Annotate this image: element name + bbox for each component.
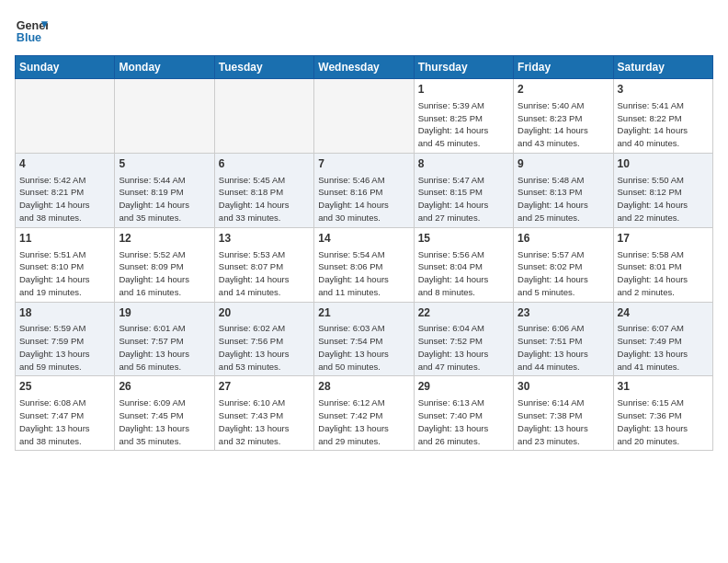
calendar-day-cell: 21Sunrise: 6:03 AM Sunset: 7:54 PM Dayli… [314,302,414,376]
day-number: 26 [119,379,210,395]
day-info: Sunrise: 6:14 AM Sunset: 7:38 PM Dayligh… [518,396,609,447]
day-number: 13 [219,231,310,247]
calendar-day-cell [214,79,313,154]
calendar-day-cell: 13Sunrise: 5:53 AM Sunset: 8:07 PM Dayli… [214,227,313,302]
calendar-day-cell: 8Sunrise: 5:47 AM Sunset: 8:15 PM Daylig… [414,153,513,227]
calendar-day-cell: 6Sunrise: 5:45 AM Sunset: 8:18 PM Daylig… [214,153,313,227]
weekday-header: Tuesday [214,56,313,79]
day-info: Sunrise: 5:52 AM Sunset: 8:09 PM Dayligh… [119,248,210,299]
calendar-day-cell: 16Sunrise: 5:57 AM Sunset: 8:02 PM Dayli… [514,227,613,302]
weekday-header: Wednesday [314,56,414,79]
day-info: Sunrise: 5:50 AM Sunset: 8:12 PM Dayligh… [618,174,709,224]
day-number: 8 [418,156,509,172]
calendar-day-cell: 23Sunrise: 6:06 AM Sunset: 7:51 PM Dayli… [514,302,613,376]
day-info: Sunrise: 5:53 AM Sunset: 8:07 PM Dayligh… [219,248,310,299]
day-number: 5 [119,156,210,172]
day-number: 30 [518,379,609,395]
weekday-header: Sunday [16,56,115,79]
calendar-day-cell: 4Sunrise: 5:42 AM Sunset: 8:21 PM Daylig… [16,153,115,227]
day-info: Sunrise: 5:42 AM Sunset: 8:21 PM Dayligh… [19,174,110,224]
day-number: 18 [19,305,110,321]
calendar-table: SundayMondayTuesdayWednesdayThursdayFrid… [15,55,713,451]
calendar-day-cell: 2Sunrise: 5:40 AM Sunset: 8:23 PM Daylig… [514,79,613,154]
day-info: Sunrise: 6:07 AM Sunset: 7:49 PM Dayligh… [618,322,709,373]
day-info: Sunrise: 5:46 AM Sunset: 8:16 PM Dayligh… [318,174,409,224]
calendar-day-cell: 10Sunrise: 5:50 AM Sunset: 8:12 PM Dayli… [613,153,712,227]
day-info: Sunrise: 6:02 AM Sunset: 7:56 PM Dayligh… [219,322,310,373]
day-info: Sunrise: 5:58 AM Sunset: 8:01 PM Dayligh… [618,248,709,299]
day-number: 2 [518,82,609,98]
calendar-day-cell: 28Sunrise: 6:12 AM Sunset: 7:42 PM Dayli… [314,376,414,451]
day-info: Sunrise: 5:51 AM Sunset: 8:10 PM Dayligh… [19,248,110,299]
day-number: 29 [418,379,509,395]
day-number: 3 [618,82,709,98]
calendar-day-cell: 29Sunrise: 6:13 AM Sunset: 7:40 PM Dayli… [414,376,513,451]
day-info: Sunrise: 5:54 AM Sunset: 8:06 PM Dayligh… [318,248,409,299]
calendar-day-cell: 11Sunrise: 5:51 AM Sunset: 8:10 PM Dayli… [16,227,115,302]
calendar-day-cell: 20Sunrise: 6:02 AM Sunset: 7:56 PM Dayli… [214,302,313,376]
day-number: 11 [19,231,110,247]
day-number: 7 [318,156,409,172]
day-number: 14 [318,231,409,247]
day-number: 24 [618,305,709,321]
day-info: Sunrise: 6:12 AM Sunset: 7:42 PM Dayligh… [318,396,409,447]
day-info: Sunrise: 6:13 AM Sunset: 7:40 PM Dayligh… [418,396,509,447]
page-header: General Blue [15,15,713,48]
day-number: 27 [219,379,310,395]
day-number: 15 [418,231,509,247]
calendar-day-cell: 5Sunrise: 5:44 AM Sunset: 8:19 PM Daylig… [115,153,214,227]
day-number: 16 [518,231,609,247]
logo-icon: General Blue [15,15,48,48]
calendar-week-row: 11Sunrise: 5:51 AM Sunset: 8:10 PM Dayli… [16,227,713,302]
weekday-header: Monday [115,56,214,79]
calendar-header-row: SundayMondayTuesdayWednesdayThursdayFrid… [16,56,713,79]
day-number: 12 [119,231,210,247]
weekday-header: Thursday [414,56,513,79]
svg-text:Blue: Blue [17,31,41,44]
day-number: 1 [418,82,509,98]
day-info: Sunrise: 5:48 AM Sunset: 8:13 PM Dayligh… [518,174,609,224]
day-number: 21 [318,305,409,321]
calendar-day-cell: 31Sunrise: 6:15 AM Sunset: 7:36 PM Dayli… [613,376,712,451]
calendar-day-cell: 7Sunrise: 5:46 AM Sunset: 8:16 PM Daylig… [314,153,414,227]
calendar-day-cell: 9Sunrise: 5:48 AM Sunset: 8:13 PM Daylig… [514,153,613,227]
day-number: 4 [19,156,110,172]
calendar-day-cell: 3Sunrise: 5:41 AM Sunset: 8:22 PM Daylig… [613,79,712,154]
calendar-day-cell: 1Sunrise: 5:39 AM Sunset: 8:25 PM Daylig… [414,79,513,154]
day-info: Sunrise: 6:10 AM Sunset: 7:43 PM Dayligh… [219,396,310,447]
calendar-day-cell [314,79,414,154]
calendar-day-cell: 26Sunrise: 6:09 AM Sunset: 7:45 PM Dayli… [115,376,214,451]
logo: General Blue [15,15,55,48]
calendar-day-cell: 14Sunrise: 5:54 AM Sunset: 8:06 PM Dayli… [314,227,414,302]
calendar-day-cell [16,79,115,154]
day-number: 23 [518,305,609,321]
day-info: Sunrise: 5:45 AM Sunset: 8:18 PM Dayligh… [219,174,310,224]
calendar-week-row: 4Sunrise: 5:42 AM Sunset: 8:21 PM Daylig… [16,153,713,227]
day-info: Sunrise: 5:39 AM Sunset: 8:25 PM Dayligh… [418,99,509,150]
calendar-day-cell: 27Sunrise: 6:10 AM Sunset: 7:43 PM Dayli… [214,376,313,451]
day-info: Sunrise: 5:59 AM Sunset: 7:59 PM Dayligh… [19,322,110,373]
day-info: Sunrise: 5:41 AM Sunset: 8:22 PM Dayligh… [618,99,709,150]
day-number: 17 [618,231,709,247]
day-number: 31 [618,379,709,395]
day-number: 9 [518,156,609,172]
calendar-day-cell: 25Sunrise: 6:08 AM Sunset: 7:47 PM Dayli… [16,376,115,451]
day-info: Sunrise: 6:06 AM Sunset: 7:51 PM Dayligh… [518,322,609,373]
day-info: Sunrise: 5:56 AM Sunset: 8:04 PM Dayligh… [418,248,509,299]
day-number: 10 [618,156,709,172]
weekday-header: Saturday [613,56,712,79]
day-number: 22 [418,305,509,321]
calendar-day-cell: 24Sunrise: 6:07 AM Sunset: 7:49 PM Dayli… [613,302,712,376]
day-number: 6 [219,156,310,172]
day-number: 25 [19,379,110,395]
calendar-day-cell: 19Sunrise: 6:01 AM Sunset: 7:57 PM Dayli… [115,302,214,376]
calendar-day-cell: 15Sunrise: 5:56 AM Sunset: 8:04 PM Dayli… [414,227,513,302]
calendar-week-row: 18Sunrise: 5:59 AM Sunset: 7:59 PM Dayli… [16,302,713,376]
weekday-header: Friday [514,56,613,79]
calendar-week-row: 25Sunrise: 6:08 AM Sunset: 7:47 PM Dayli… [16,376,713,451]
day-info: Sunrise: 6:09 AM Sunset: 7:45 PM Dayligh… [119,396,210,447]
day-info: Sunrise: 5:57 AM Sunset: 8:02 PM Dayligh… [518,248,609,299]
calendar-day-cell [115,79,214,154]
calendar-day-cell: 30Sunrise: 6:14 AM Sunset: 7:38 PM Dayli… [514,376,613,451]
calendar-week-row: 1Sunrise: 5:39 AM Sunset: 8:25 PM Daylig… [16,79,713,154]
